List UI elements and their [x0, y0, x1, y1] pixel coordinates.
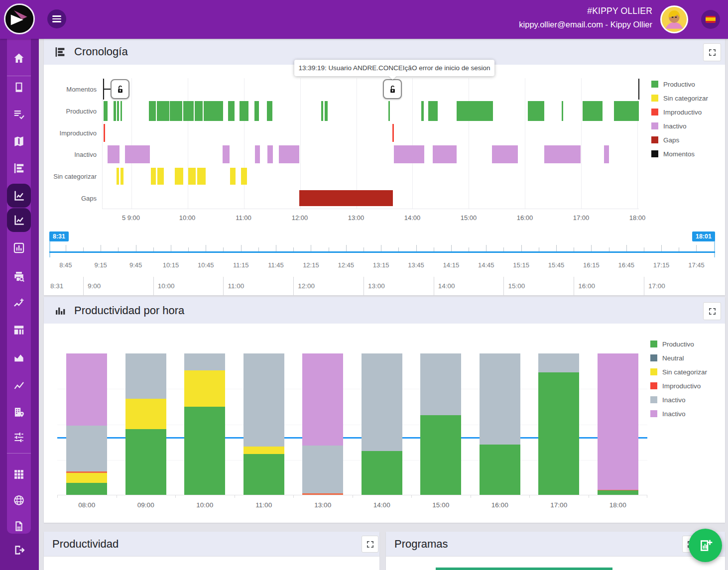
sidebar-item-productivity-chart[interactable] [7, 184, 31, 208]
bar-segment-productivo[interactable] [125, 429, 166, 495]
range-end-handle[interactable]: 18:01 [692, 231, 715, 241]
sidebar-item-line-chart[interactable] [7, 373, 31, 397]
bar-10-00[interactable] [184, 353, 225, 495]
gaps-segment[interactable] [299, 190, 392, 206]
inactivo-segment[interactable] [492, 145, 518, 163]
bar-segment-sin-categorizar[interactable] [66, 473, 107, 483]
bar-08-00[interactable] [66, 353, 107, 495]
sidebar-item-trending[interactable] [7, 291, 31, 315]
inactivo-segment[interactable] [544, 145, 580, 163]
productivo-segment[interactable] [428, 101, 438, 121]
productivo-segment[interactable] [117, 101, 119, 121]
app-logo-icon[interactable] [4, 3, 35, 34]
bar-segment-productivo[interactable] [420, 415, 461, 495]
productivo-segment[interactable] [170, 101, 182, 121]
legend-item-inactivo[interactable]: Inactivo [651, 121, 708, 129]
bar-segment-inactivo[interactable] [243, 353, 284, 447]
bar-segment-productivo[interactable] [598, 490, 638, 495]
productivo-segment[interactable] [240, 101, 248, 121]
bar-15-00[interactable] [420, 353, 461, 495]
productivo-segment[interactable] [195, 101, 203, 121]
sin-categorizar-segment[interactable] [188, 168, 196, 185]
productivo-segment[interactable] [457, 101, 493, 121]
legend-item-productivo[interactable]: Productivo [650, 340, 707, 347]
improductivo-segment[interactable] [104, 124, 105, 142]
legend-item-improductivo[interactable]: Improductivo [651, 108, 708, 115]
bar-segment-inactivo-morado[interactable] [598, 353, 638, 490]
legend-item-productivo[interactable]: Productivo [651, 80, 708, 87]
sidebar-item-building-pin[interactable] [7, 400, 31, 424]
inactivo-segment[interactable] [255, 145, 260, 163]
bar-segment-sin-categorizar[interactable] [243, 447, 284, 454]
bar-segment-productivo[interactable] [480, 445, 520, 495]
legend-item-improductivo[interactable]: Improductivo [650, 381, 707, 389]
productivo-segment[interactable] [583, 101, 603, 121]
language-button[interactable] [701, 10, 720, 29]
inactivo-segment[interactable] [267, 145, 273, 163]
legend-item-sin-categorizar[interactable]: Sin categorizar [651, 94, 708, 101]
productivo-segment[interactable] [614, 101, 639, 121]
bar-segment-inactivo-morado[interactable] [302, 353, 343, 446]
bar-segment-inactivo[interactable] [184, 353, 225, 370]
bar-segment-improductivo[interactable] [598, 490, 638, 490]
programas-top-bar[interactable] [436, 568, 612, 570]
range-start-handle[interactable]: 8:31 [49, 231, 69, 241]
menu-button[interactable] [47, 9, 66, 28]
productivo-segment[interactable] [528, 101, 544, 121]
productivo-segment[interactable] [104, 101, 108, 121]
sin-categorizar-segment[interactable] [241, 168, 247, 185]
productivo-segment[interactable] [267, 101, 273, 121]
bar-segment-improductivo[interactable] [302, 493, 343, 495]
sin-categorizar-segment[interactable] [230, 168, 236, 185]
bar-18-00[interactable] [598, 353, 638, 495]
bar-11-00[interactable] [243, 353, 284, 495]
range-slider-track[interactable] [49, 251, 715, 253]
bar-segment-productivo[interactable] [362, 451, 402, 495]
productivo-segment[interactable] [325, 101, 328, 121]
productivo-segment[interactable] [204, 101, 223, 121]
bar-segment-productivo[interactable] [243, 454, 284, 495]
sin-categorizar-segment[interactable] [121, 168, 123, 185]
productivo-segment[interactable] [157, 101, 169, 121]
sidebar-item-home[interactable] [7, 46, 31, 70]
momento-lock-marker[interactable] [111, 79, 129, 99]
sidebar-item-logout[interactable] [7, 538, 31, 562]
bar-segment-inactivo[interactable] [302, 446, 343, 494]
inactivo-segment[interactable] [125, 145, 150, 163]
inactivo-segment[interactable] [223, 145, 230, 163]
avatar[interactable] [660, 5, 688, 33]
bar-09-00[interactable] [125, 353, 166, 495]
sidebar-item-task-list[interactable] [7, 102, 31, 126]
legend-item-gaps[interactable]: Gaps [651, 135, 708, 143]
bar-segment-improductivo[interactable] [66, 471, 107, 473]
sin-categorizar-segment[interactable] [197, 168, 206, 185]
sin-categorizar-segment[interactable] [157, 168, 164, 185]
productivo-segment[interactable] [321, 101, 323, 121]
sidebar-item-area-chart[interactable] [7, 345, 31, 369]
sin-categorizar-segment[interactable] [117, 168, 119, 185]
sidebar-item-device[interactable] [7, 75, 31, 99]
bar-14-00[interactable] [362, 353, 402, 495]
productivo-segment[interactable] [149, 101, 156, 121]
bar-segment-inactivo[interactable] [538, 353, 579, 372]
momento-lock-marker[interactable] [383, 79, 402, 99]
productivo-segment[interactable] [254, 101, 259, 121]
expand-button[interactable] [362, 536, 378, 553]
bar-16-00[interactable] [480, 353, 520, 495]
bar-segment-productivo[interactable] [184, 407, 225, 495]
inactivo-segment[interactable] [433, 145, 456, 163]
sin-categorizar-segment[interactable] [175, 168, 183, 185]
sidebar-item-timeline[interactable] [7, 156, 31, 180]
bar-segment-sin-categorizar[interactable] [184, 370, 225, 406]
expand-button[interactable] [703, 43, 721, 61]
productivo-segment[interactable] [388, 101, 390, 121]
bar-segment-inactivo[interactable] [420, 353, 461, 415]
legend-item-sin-categorizar[interactable]: Sin categorizar [650, 367, 707, 375]
sidebar-item-map[interactable] [7, 129, 31, 153]
sidebar-item-productivity-chart2[interactable] [7, 208, 31, 232]
bar-segment-productivo[interactable] [66, 483, 107, 495]
inactivo-segment[interactable] [394, 145, 424, 163]
sidebar-item-grid[interactable] [7, 462, 31, 486]
productivo-segment[interactable] [421, 101, 424, 121]
bar-segment-sin-categorizar[interactable] [125, 399, 166, 429]
